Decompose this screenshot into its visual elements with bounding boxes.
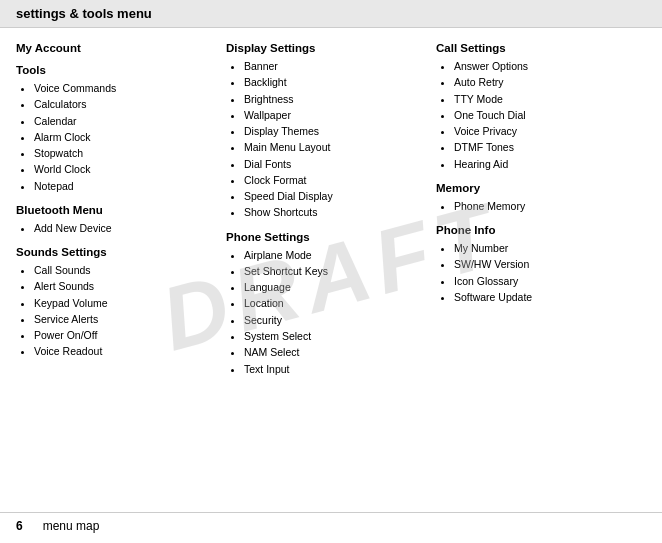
list-item: Backlight [244, 74, 426, 90]
column-3: Call SettingsAnswer OptionsAuto RetryTTY… [436, 42, 646, 381]
footer-label: menu map [43, 519, 100, 533]
section-list-col3-2: My NumberSW/HW VersionIcon GlossarySoftw… [454, 240, 636, 305]
list-item: Keypad Volume [34, 295, 216, 311]
list-item: Set Shortcut Keys [244, 263, 426, 279]
list-item: Icon Glossary [454, 273, 636, 289]
list-item: Service Alerts [34, 311, 216, 327]
list-item: Brightness [244, 91, 426, 107]
list-item: Power On/Off [34, 327, 216, 343]
list-item: Auto Retry [454, 74, 636, 90]
page-footer: 6 menu map [0, 512, 662, 533]
list-item: My Number [454, 240, 636, 256]
section-title-col3-1: Memory [436, 182, 636, 194]
list-item: Notepad [34, 178, 216, 194]
list-item: Show Shortcuts [244, 204, 426, 220]
list-item: Hearing Aid [454, 156, 636, 172]
list-item: System Select [244, 328, 426, 344]
section-list-col2-1: Airplane ModeSet Shortcut KeysLanguageLo… [244, 247, 426, 377]
section-list-col2-0: BannerBacklightBrightnessWallpaperDispla… [244, 58, 426, 221]
list-item: One Touch Dial [454, 107, 636, 123]
page-header: settings & tools menu [0, 0, 662, 28]
section-list-col1-3: Call SoundsAlert SoundsKeypad VolumeServ… [34, 262, 216, 360]
list-item: DTMF Tones [454, 139, 636, 155]
main-content: My AccountToolsVoice CommandsCalculators… [0, 28, 662, 391]
list-item: Display Themes [244, 123, 426, 139]
list-item: Wallpaper [244, 107, 426, 123]
list-item: Clock Format [244, 172, 426, 188]
section-title-col1-2: Bluetooth Menu [16, 204, 216, 216]
list-item: Banner [244, 58, 426, 74]
column-1: My AccountToolsVoice CommandsCalculators… [16, 42, 226, 381]
page-title: settings & tools menu [16, 6, 152, 21]
list-item: Alert Sounds [34, 278, 216, 294]
column-2: Display SettingsBannerBacklightBrightnes… [226, 42, 436, 381]
list-item: Location [244, 295, 426, 311]
list-item: Voice Commands [34, 80, 216, 96]
section-title-col1-1: Tools [16, 64, 216, 76]
list-item: Dial Fonts [244, 156, 426, 172]
page-number: 6 [16, 519, 23, 533]
list-item: Security [244, 312, 426, 328]
list-item: World Clock [34, 161, 216, 177]
section-list-col1-2: Add New Device [34, 220, 216, 236]
list-item: Calendar [34, 113, 216, 129]
list-item: Airplane Mode [244, 247, 426, 263]
list-item: Alarm Clock [34, 129, 216, 145]
section-title-col1-0: My Account [16, 42, 216, 54]
list-item: Language [244, 279, 426, 295]
list-item: Answer Options [454, 58, 636, 74]
list-item: Speed Dial Display [244, 188, 426, 204]
list-item: Text Input [244, 361, 426, 377]
section-title-col2-0: Display Settings [226, 42, 426, 54]
list-item: Voice Privacy [454, 123, 636, 139]
list-item: TTY Mode [454, 91, 636, 107]
section-title-col1-3: Sounds Settings [16, 246, 216, 258]
list-item: Calculators [34, 96, 216, 112]
section-list-col3-0: Answer OptionsAuto RetryTTY ModeOne Touc… [454, 58, 636, 172]
list-item: Stopwatch [34, 145, 216, 161]
list-item: Software Update [454, 289, 636, 305]
list-item: Phone Memory [454, 198, 636, 214]
section-title-col3-0: Call Settings [436, 42, 636, 54]
list-item: Main Menu Layout [244, 139, 426, 155]
list-item: Add New Device [34, 220, 216, 236]
section-title-col3-2: Phone Info [436, 224, 636, 236]
list-item: Voice Readout [34, 343, 216, 359]
section-title-col2-1: Phone Settings [226, 231, 426, 243]
section-list-col1-1: Voice CommandsCalculatorsCalendarAlarm C… [34, 80, 216, 194]
list-item: Call Sounds [34, 262, 216, 278]
list-item: NAM Select [244, 344, 426, 360]
section-list-col3-1: Phone Memory [454, 198, 636, 214]
list-item: SW/HW Version [454, 256, 636, 272]
